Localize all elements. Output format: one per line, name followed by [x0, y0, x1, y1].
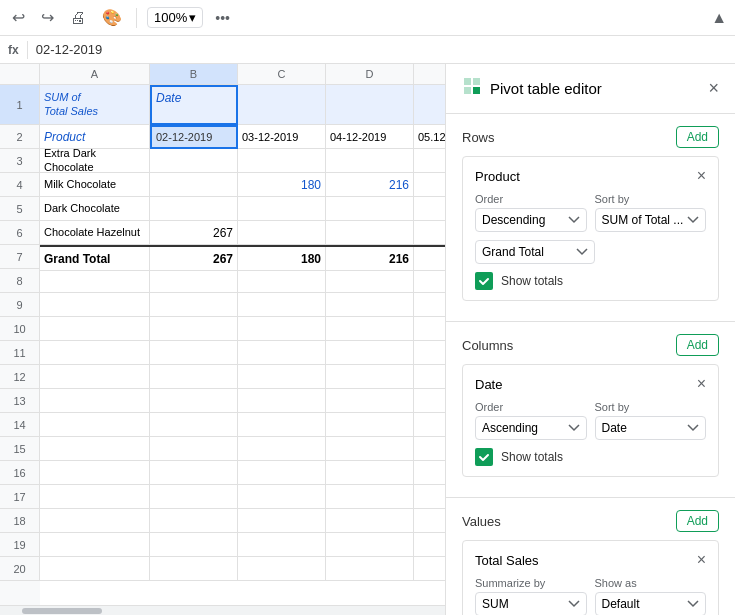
- cell-b1[interactable]: Date: [150, 85, 238, 125]
- row-num-16[interactable]: 16: [0, 461, 40, 485]
- cell-e6[interactable]: 225: [414, 221, 445, 245]
- cell-a10[interactable]: [40, 317, 150, 341]
- cell-d14[interactable]: [326, 413, 414, 437]
- cell-c19[interactable]: [238, 533, 326, 557]
- cell-b10[interactable]: [150, 317, 238, 341]
- cell-a4[interactable]: Milk Chocolate: [40, 173, 150, 197]
- cell-e13[interactable]: [414, 389, 445, 413]
- cell-e15[interactable]: [414, 437, 445, 461]
- rows-add-button[interactable]: Add: [676, 126, 719, 148]
- cell-b4[interactable]: [150, 173, 238, 197]
- cell-c13[interactable]: [238, 389, 326, 413]
- cell-a19[interactable]: [40, 533, 150, 557]
- rows-sortby-select[interactable]: SUM of Total ...: [595, 208, 707, 232]
- row-num-13[interactable]: 13: [0, 389, 40, 413]
- cell-e11[interactable]: [414, 341, 445, 365]
- columns-sortby-select[interactable]: Date: [595, 416, 707, 440]
- cell-c20[interactable]: [238, 557, 326, 581]
- row-num-14[interactable]: 14: [0, 413, 40, 437]
- cell-c9[interactable]: [238, 293, 326, 317]
- cell-d17[interactable]: [326, 485, 414, 509]
- cell-d3[interactable]: [326, 149, 414, 173]
- cell-a16[interactable]: [40, 461, 150, 485]
- cell-a14[interactable]: [40, 413, 150, 437]
- row-num-10[interactable]: 10: [0, 317, 40, 341]
- cell-b12[interactable]: [150, 365, 238, 389]
- scroll-thumb[interactable]: [22, 608, 102, 614]
- cell-a12[interactable]: [40, 365, 150, 389]
- cell-a18[interactable]: [40, 509, 150, 533]
- cell-c5[interactable]: [238, 197, 326, 221]
- undo-button[interactable]: ↩: [8, 4, 29, 31]
- cell-d5[interactable]: [326, 197, 414, 221]
- cell-d7[interactable]: 216: [326, 247, 414, 271]
- col-header-c[interactable]: C: [238, 64, 326, 84]
- row-num-3[interactable]: 3: [0, 149, 40, 173]
- cell-b9[interactable]: [150, 293, 238, 317]
- columns-order-select[interactable]: Ascending Descending: [475, 416, 587, 440]
- cell-c7[interactable]: 180: [238, 247, 326, 271]
- cell-b20[interactable]: [150, 557, 238, 581]
- cell-a1[interactable]: SUM ofTotal Sales: [40, 85, 150, 125]
- more-options-button[interactable]: •••: [215, 10, 230, 26]
- cell-e4[interactable]: [414, 173, 445, 197]
- cell-c17[interactable]: [238, 485, 326, 509]
- cell-b8[interactable]: [150, 269, 238, 293]
- cell-b11[interactable]: [150, 341, 238, 365]
- cell-b18[interactable]: [150, 509, 238, 533]
- cell-e8[interactable]: [414, 269, 445, 293]
- zoom-selector[interactable]: 100% ▾: [147, 7, 203, 28]
- cell-c11[interactable]: [238, 341, 326, 365]
- cell-a6[interactable]: Chocolate Hazelnut: [40, 221, 150, 245]
- cell-c14[interactable]: [238, 413, 326, 437]
- cell-b6[interactable]: 267: [150, 221, 238, 245]
- cell-d19[interactable]: [326, 533, 414, 557]
- rows-order-select[interactable]: Descending Ascending: [475, 208, 587, 232]
- cell-e14[interactable]: [414, 413, 445, 437]
- cell-d11[interactable]: [326, 341, 414, 365]
- row-num-11[interactable]: 11: [0, 341, 40, 365]
- cell-b17[interactable]: [150, 485, 238, 509]
- cell-e1[interactable]: [414, 85, 445, 125]
- cell-e12[interactable]: [414, 365, 445, 389]
- col-header-e[interactable]: E: [414, 64, 445, 84]
- cell-d20[interactable]: [326, 557, 414, 581]
- row-num-8[interactable]: 8: [0, 269, 40, 293]
- print-button[interactable]: 🖨: [66, 5, 90, 31]
- cell-e18[interactable]: [414, 509, 445, 533]
- row-num-15[interactable]: 15: [0, 437, 40, 461]
- cell-b5[interactable]: [150, 197, 238, 221]
- columns-add-button[interactable]: Add: [676, 334, 719, 356]
- cell-a9[interactable]: [40, 293, 150, 317]
- cell-d15[interactable]: [326, 437, 414, 461]
- cell-b14[interactable]: [150, 413, 238, 437]
- cell-d6[interactable]: [326, 221, 414, 245]
- row-num-7[interactable]: 7: [0, 245, 40, 269]
- row-num-12[interactable]: 12: [0, 365, 40, 389]
- row-num-18[interactable]: 18: [0, 509, 40, 533]
- columns-show-totals-checkbox[interactable]: [475, 448, 493, 466]
- cell-a20[interactable]: [40, 557, 150, 581]
- cell-d12[interactable]: [326, 365, 414, 389]
- cell-c3[interactable]: [238, 149, 326, 173]
- row-num-9[interactable]: 9: [0, 293, 40, 317]
- cell-e19[interactable]: [414, 533, 445, 557]
- row-num-19[interactable]: 19: [0, 533, 40, 557]
- cell-c15[interactable]: [238, 437, 326, 461]
- collapse-button[interactable]: ▲: [711, 9, 727, 27]
- cell-e3[interactable]: [414, 149, 445, 173]
- cell-b2[interactable]: 02-12-2019: [150, 125, 238, 149]
- columns-card-close-button[interactable]: ×: [697, 375, 706, 393]
- row-num-20[interactable]: 20: [0, 557, 40, 581]
- cell-e9[interactable]: [414, 293, 445, 317]
- cell-c12[interactable]: [238, 365, 326, 389]
- cell-c16[interactable]: [238, 461, 326, 485]
- cell-c10[interactable]: [238, 317, 326, 341]
- cell-e10[interactable]: [414, 317, 445, 341]
- paint-format-button[interactable]: 🎨: [98, 4, 126, 31]
- cell-e7[interactable]: 225: [414, 247, 445, 271]
- cell-d9[interactable]: [326, 293, 414, 317]
- cell-b15[interactable]: [150, 437, 238, 461]
- row-num-5[interactable]: 5: [0, 197, 40, 221]
- horizontal-scrollbar[interactable]: [0, 605, 445, 615]
